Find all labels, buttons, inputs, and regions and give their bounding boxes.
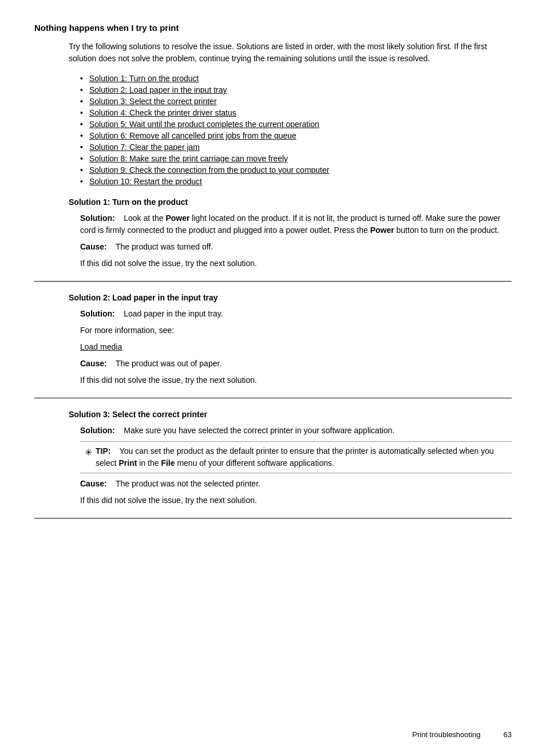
tip-label: TIP: bbox=[96, 446, 110, 456]
solution-link-6[interactable]: Solution 6: Remove all cancelled print j… bbox=[89, 131, 296, 140]
solution-link-4[interactable]: Solution 4: Check the printer driver sta… bbox=[89, 108, 236, 117]
solution-link-7[interactable]: Solution 7: Clear the paper jam bbox=[89, 143, 200, 152]
footer-left: Print troubleshooting bbox=[412, 730, 480, 739]
solution1-section: Solution 1: Turn on the product Solution… bbox=[34, 197, 512, 270]
solution3-section: Solution 3: Select the correct printer S… bbox=[34, 410, 512, 506]
solution2-next: If this did not solve the issue, try the… bbox=[80, 374, 512, 386]
solution-link-5[interactable]: Solution 5: Wait until the product compl… bbox=[89, 120, 319, 129]
solution2-heading: Solution 2: Load paper in the input tray bbox=[69, 293, 512, 302]
solutions-list-item-6[interactable]: Solution 6: Remove all cancelled print j… bbox=[80, 131, 512, 140]
tip-icon: ✳ bbox=[85, 446, 92, 460]
solutions-list-item-1[interactable]: Solution 1: Turn on the product bbox=[80, 74, 512, 83]
solution3-body: Solution: Make sure you have selected th… bbox=[80, 425, 512, 506]
solution1-heading: Solution 1: Turn on the product bbox=[69, 197, 512, 207]
solutions-list-item-8[interactable]: Solution 8: Make sure the print carriage… bbox=[80, 154, 512, 163]
divider1 bbox=[34, 281, 512, 282]
solutions-list-item-10[interactable]: Solution 10: Restart the product bbox=[80, 177, 512, 186]
solutions-list-item-2[interactable]: Solution 2: Load paper in the input tray bbox=[80, 85, 512, 94]
tip-content: TIP: You can set the product as the defa… bbox=[96, 445, 507, 469]
solution1-content: Look at the Power light located on the p… bbox=[80, 213, 500, 235]
footer-page: 63 bbox=[504, 730, 512, 739]
main-heading: Nothing happens when I try to print bbox=[34, 23, 512, 33]
solutions-list: Solution 1: Turn on the productSolution … bbox=[80, 74, 512, 186]
solution2-section: Solution 2: Load paper in the input tray… bbox=[34, 293, 512, 386]
solution3-content: Make sure you have selected the correct … bbox=[124, 426, 394, 435]
solution1-next: If this did not solve the issue, try the… bbox=[80, 258, 512, 270]
solution2-cause-label: Cause: bbox=[80, 359, 107, 368]
divider2 bbox=[34, 398, 512, 398]
solution3-cause-label: Cause: bbox=[80, 479, 107, 488]
solution-link-10[interactable]: Solution 10: Restart the product bbox=[89, 177, 202, 186]
solution-link-2[interactable]: Solution 2: Load paper in the input tray bbox=[89, 85, 227, 94]
load-media-link[interactable]: Load media bbox=[80, 342, 122, 351]
divider3 bbox=[34, 518, 512, 518]
solution2-cause-content: The product was out of paper. bbox=[116, 359, 221, 368]
page-container: Nothing happens when I try to print Try … bbox=[34, 23, 512, 518]
solutions-list-item-4[interactable]: Solution 4: Check the printer driver sta… bbox=[80, 108, 512, 117]
solution-link-3[interactable]: Solution 3: Select the correct printer bbox=[89, 97, 217, 106]
solution1-body: Solution: Look at the Power light locate… bbox=[80, 212, 512, 270]
solution1-label: Solution: bbox=[80, 213, 115, 223]
solutions-list-item-9[interactable]: Solution 9: Check the connection from th… bbox=[80, 165, 512, 175]
solution1-cause: Cause: The product was turned off. bbox=[80, 241, 512, 253]
solutions-list-item-7[interactable]: Solution 7: Clear the paper jam bbox=[80, 143, 512, 152]
solution2-link[interactable]: Load media bbox=[80, 341, 512, 353]
solution3-cause: Cause: The product was not the selected … bbox=[80, 478, 512, 490]
solution1-cause-label: Cause: bbox=[80, 242, 107, 251]
solution1-cause-content: The product was turned off. bbox=[116, 242, 213, 251]
solution3-cause-content: The product was not the selected printer… bbox=[116, 479, 260, 488]
solution2-body: Solution: Load paper in the input tray. … bbox=[80, 308, 512, 386]
solution1-text: Solution: Look at the Power light locate… bbox=[80, 212, 512, 236]
solution2-text: Solution: Load paper in the input tray. bbox=[80, 308, 512, 320]
solution2-content: Load paper in the input tray. bbox=[124, 309, 223, 318]
solution3-label: Solution: bbox=[80, 426, 115, 435]
tip-box: ✳ TIP: You can set the product as the de… bbox=[80, 441, 512, 473]
solution-link-8[interactable]: Solution 8: Make sure the print carriage… bbox=[89, 154, 288, 163]
solution3-next: If this did not solve the issue, try the… bbox=[80, 494, 512, 506]
solution2-more-info: For more information, see: bbox=[80, 324, 512, 337]
page-footer: Print troubleshooting 63 bbox=[412, 730, 512, 739]
solution3-text: Solution: Make sure you have selected th… bbox=[80, 425, 512, 437]
solution-link-9[interactable]: Solution 9: Check the connection from th… bbox=[89, 165, 329, 175]
solutions-list-item-3[interactable]: Solution 3: Select the correct printer bbox=[80, 97, 512, 106]
tip-text: You can set the product as the default p… bbox=[96, 446, 494, 468]
solution2-cause: Cause: The product was out of paper. bbox=[80, 358, 512, 370]
solution2-label: Solution: bbox=[80, 309, 115, 318]
solution3-heading: Solution 3: Select the correct printer bbox=[69, 410, 512, 419]
intro-text: Try the following solutions to resolve t… bbox=[69, 41, 512, 65]
solutions-list-item-5[interactable]: Solution 5: Wait until the product compl… bbox=[80, 120, 512, 129]
solution-link-1[interactable]: Solution 1: Turn on the product bbox=[89, 74, 199, 83]
